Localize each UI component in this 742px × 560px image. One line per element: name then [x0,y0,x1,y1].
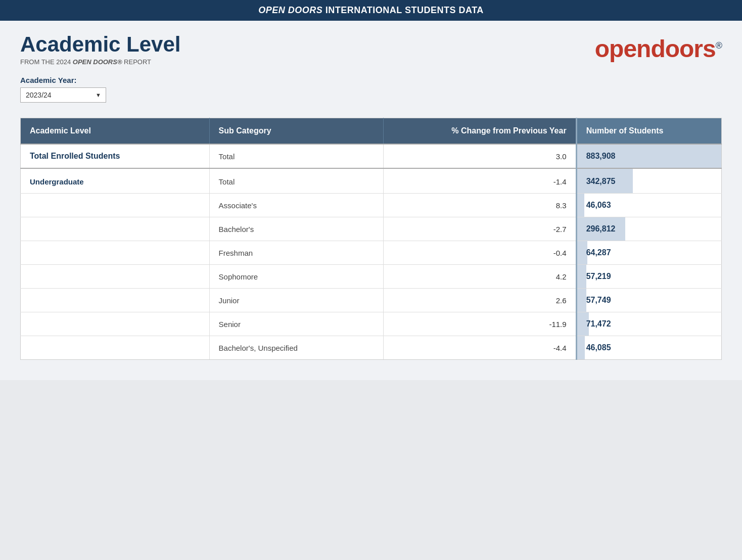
table-row: Senior-11.971,472 [21,312,722,336]
cell-academic-level [21,289,210,312]
banner-bold: INTERNATIONAL STUDENTS DATA [322,5,484,15]
cell-change: 8.3 [384,194,576,217]
cell-students: 296,812 [576,217,721,241]
table-header-row: Academic Level Sub Category % Change fro… [21,118,722,145]
col-header-academic-level: Academic Level [21,118,210,145]
cell-sub-category: Sophomore [209,265,384,289]
cell-sub-category: Total [209,168,384,194]
cell-academic-level: Undergraduate [21,168,210,194]
students-value: 64,287 [586,248,611,257]
cell-change: -2.7 [384,217,576,241]
table-row: Junior2.657,749 [21,289,722,312]
cell-students: 64,287 [576,241,721,265]
students-value: 883,908 [586,152,616,160]
students-value: 296,812 [586,224,616,233]
cell-sub-category: Junior [209,289,384,312]
col-header-change: % Change from Previous Year [384,118,576,145]
cell-students: 883,908 [576,144,721,168]
table-row: Bachelor's-2.7296,812 [21,217,722,241]
data-table: Academic Level Sub Category % Change fro… [20,118,722,360]
banner-italic: OPEN DOORS [258,5,322,15]
cell-sub-category: Total [209,144,384,168]
cell-students: 342,875 [576,168,721,194]
logo-area: opendoors® [595,35,722,63]
cell-students: 57,749 [576,289,721,312]
cell-students: 46,063 [576,194,721,217]
table-row: Freshman-0.464,287 [21,241,722,265]
logo-text: opendoors® [595,35,722,63]
year-select-wrapper[interactable]: 2023/242022/232021/222020/21 [20,87,106,103]
cell-academic-level [21,217,210,241]
filter-label: Academic Year: [20,76,722,84]
top-banner: OPEN DOORS INTERNATIONAL STUDENTS DATA [0,0,742,21]
cell-academic-level [21,336,210,360]
cell-change: 4.2 [384,265,576,289]
cell-academic-level [21,312,210,336]
cell-students: 71,472 [576,312,721,336]
table-row: Sophomore4.257,219 [21,265,722,289]
cell-academic-level: Total Enrolled Students [21,144,210,168]
header-section: Academic Level FROM THE 2024 OPEN DOORS®… [0,21,742,71]
cell-sub-category: Senior [209,312,384,336]
cell-change: -1.4 [384,168,576,194]
year-select[interactable]: 2023/242022/232021/222020/21 [20,87,106,103]
cell-change: -0.4 [384,241,576,265]
cell-sub-category: Associate's [209,194,384,217]
cell-academic-level [21,194,210,217]
cell-sub-category: Freshman [209,241,384,265]
students-value: 57,749 [586,296,611,304]
table-container: Academic Level Sub Category % Change fro… [0,113,742,380]
filter-section: Academic Year: 2023/242022/232021/222020… [0,71,742,113]
cell-students: 46,085 [576,336,721,360]
table-row: UndergraduateTotal-1.4342,875 [21,168,722,194]
table-row: Associate's8.346,063 [21,194,722,217]
header-left: Academic Level FROM THE 2024 OPEN DOORS®… [20,33,181,66]
students-value: 342,875 [586,177,616,185]
table-row: Total Enrolled StudentsTotal3.0883,908 [21,144,722,168]
cell-academic-level [21,265,210,289]
col-header-students: Number of Students [576,118,721,145]
table-body: Total Enrolled StudentsTotal3.0883,908Un… [21,144,722,360]
students-value: 46,085 [586,343,611,352]
cell-change: 3.0 [384,144,576,168]
cell-sub-category: Bachelor's [209,217,384,241]
cell-students: 57,219 [576,265,721,289]
cell-sub-category: Bachelor's, Unspecified [209,336,384,360]
cell-change: -4.4 [384,336,576,360]
cell-academic-level [21,241,210,265]
students-value: 57,219 [586,272,611,281]
page-title: Academic Level [20,33,181,56]
students-value: 71,472 [586,319,611,328]
page-subtitle: FROM THE 2024 OPEN DOORS® REPORT [20,58,181,66]
cell-change: 2.6 [384,289,576,312]
cell-change: -11.9 [384,312,576,336]
table-row: Bachelor's, Unspecified-4.446,085 [21,336,722,360]
col-header-sub-category: Sub Category [209,118,384,145]
students-value: 46,063 [586,201,611,209]
